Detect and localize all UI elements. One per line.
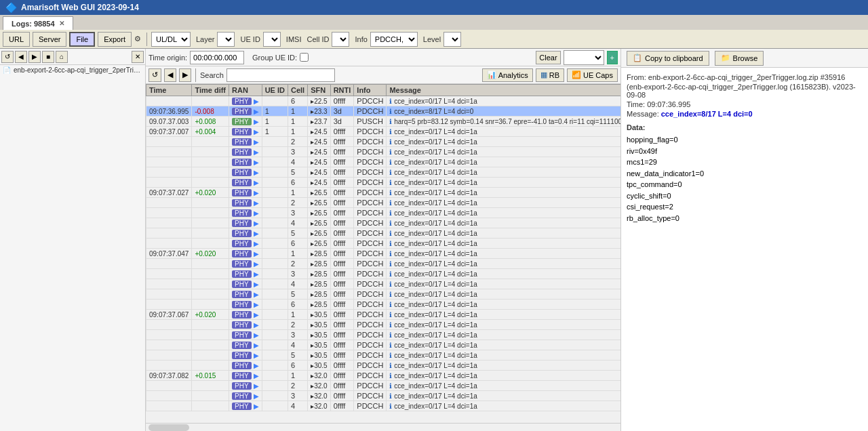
table-row[interactable]: PHY ▶ 4 ▸26.5 0ffff PDCCH ℹ cce_index=0/…: [146, 218, 621, 228]
cell-diff: [192, 340, 229, 350]
arrow-icon: ▶: [254, 108, 259, 115]
sidebar-back-btn[interactable]: ◀: [15, 51, 27, 63]
col-header-msg[interactable]: Message: [387, 85, 620, 96]
table-row[interactable]: 09:07:37.067 +0.020 PHY ▶ 1 ▸30.5 0ffff …: [146, 310, 621, 320]
arrow-icon: ▶: [254, 342, 259, 349]
table-row[interactable]: PHY ▶ 3 ▸28.5 0ffff PDCCH ℹ cce_index=0/…: [146, 269, 621, 279]
cell-sfn: ▸24.5: [308, 178, 330, 188]
settings-icon[interactable]: ⚙: [134, 35, 142, 43]
group-ue-checkbox[interactable]: [300, 53, 309, 62]
search-label: Search: [200, 71, 224, 79]
table-row[interactable]: PHY ▶ 4 ▸28.5 0ffff PDCCH ℹ cce_index=0/…: [146, 279, 621, 289]
cell-diff: [192, 208, 229, 218]
layer-select[interactable]: [217, 32, 235, 47]
table-row[interactable]: PHY ▶ 2 ▸28.5 0ffff PDCCH ℹ cce_index=0/…: [146, 259, 621, 269]
table-row[interactable]: PHY ▶ 6 ▸30.5 0ffff PDCCH ℹ cce_index=0/…: [146, 361, 621, 371]
browse-button[interactable]: 📁 Browse: [715, 51, 764, 66]
search-input[interactable]: [226, 68, 335, 82]
col-header-ueid[interactable]: UE ID: [262, 85, 288, 96]
cell-diff: [192, 361, 229, 371]
sidebar-refresh-btn[interactable]: ↺: [1, 51, 14, 63]
col-header-time[interactable]: Time: [146, 85, 192, 96]
col-header-info[interactable]: Info: [354, 85, 387, 96]
table-row[interactable]: PHY ▶ 4 ▸32.0 0ffff PDCCH ℹ cce_index=0/…: [146, 401, 621, 411]
table-row[interactable]: PHY ▶ 5 ▸30.5 0ffff PDCCH ℹ cce_index=0/…: [146, 350, 621, 361]
cell-id-select[interactable]: [332, 32, 349, 47]
sidebar-stop-btn[interactable]: ■: [42, 51, 54, 63]
table-row[interactable]: PHY ▶ 3 ▸24.5 0ffff PDCCH ℹ cce_index=0/…: [146, 147, 621, 157]
col-header-diff[interactable]: Time diff: [192, 85, 229, 96]
cell-diff: [192, 320, 229, 330]
cell-msg: ℹ cce_index=8/17 L=4 dci=0: [387, 106, 620, 117]
table-row[interactable]: 09:07:37.047 +0.020 PHY ▶ 1 ▸28.5 0ffff …: [146, 249, 621, 259]
arrow-icon: ▶: [254, 209, 259, 217]
table-row[interactable]: PHY ▶ 3 ▸30.5 0ffff PDCCH ℹ cce_index=0/…: [146, 330, 621, 340]
table-row[interactable]: PHY ▶ 6 ▸22.5 0ffff PDCCH ℹ cce_index=0/…: [146, 96, 621, 106]
table-row[interactable]: 09:07:36.995 -0.008 PHY ▶ 1 1 ▸23.3 3d P…: [146, 106, 621, 117]
cell-cell: 1: [288, 310, 308, 320]
sidebar-file-item[interactable]: 📄 enb-export-2-6cc-ap-cqi_trigger_2perTr…: [0, 65, 145, 75]
cell-time: 09:07:37.027: [146, 188, 192, 198]
table-row[interactable]: PHY ▶ 5 ▸24.5 0ffff PDCCH ℹ cce_index=0/…: [146, 167, 621, 178]
col-header-rnti[interactable]: RNTI: [330, 85, 354, 96]
rb-button[interactable]: ▦ RB: [536, 68, 564, 82]
table-row[interactable]: PHY ▶ 6 ▸24.5 0ffff PDCCH ℹ cce_index=0/…: [146, 178, 621, 188]
log-table-wrapper[interactable]: Time Time diff RAN UE ID Cell SFN RNTI I…: [146, 84, 620, 423]
table-row[interactable]: PHY ▶ 4 ▸24.5 0ffff PDCCH ℹ cce_index=0/…: [146, 157, 621, 167]
table-row[interactable]: PHY ▶ 4 ▸30.5 0ffff PDCCH ℹ cce_index=0/…: [146, 340, 621, 350]
nav-prev-btn[interactable]: ◀: [164, 68, 176, 82]
table-row[interactable]: 09.07.37.003 +0.008 PHY ▶ 1 1 ▸23.7 3d P…: [146, 117, 621, 127]
nav-next-btn[interactable]: ▶: [179, 68, 191, 82]
table-row[interactable]: 09:07:37.007 +0.004 PHY ▶ 1 1 ▸24.5 0fff…: [146, 127, 621, 137]
top-bar: 🔷 Amarisoft Web GUI 2023-09-14: [0, 0, 868, 15]
cell-time: [146, 300, 192, 310]
cell-diff: [192, 401, 229, 411]
sidebar-forward-btn[interactable]: ▶: [28, 51, 41, 63]
cell-time: [146, 147, 192, 157]
col-header-ran[interactable]: RAN: [229, 85, 262, 96]
add-filter-btn[interactable]: +: [607, 51, 618, 64]
table-row[interactable]: PHY ▶ 6 ▸28.5 0ffff PDCCH ℹ cce_index=0/…: [146, 300, 621, 310]
cell-sfn: ▸28.5: [308, 269, 330, 279]
filter-select[interactable]: [564, 50, 604, 65]
table-row[interactable]: PHY ▶ 2 ▸26.5 0ffff PDCCH ℹ cce_index=0/…: [146, 198, 621, 208]
logs-tab-label: Logs: 98854: [12, 20, 55, 28]
table-row[interactable]: PHY ▶ 5 ▸26.5 0ffff PDCCH ℹ cce_index=0/…: [146, 228, 621, 239]
export-button[interactable]: Export: [98, 32, 132, 47]
info-select[interactable]: PDCCH, P: [370, 32, 418, 47]
cell-rnti: 0ffff: [330, 198, 354, 208]
col-header-cell[interactable]: Cell: [288, 85, 308, 96]
sidebar-close-btn[interactable]: ✕: [132, 51, 144, 63]
time-origin-input[interactable]: [190, 51, 244, 64]
close-tab-icon[interactable]: ✕: [59, 20, 64, 27]
cell-cell: 5: [288, 167, 308, 178]
cell-sfn: ▸26.5: [308, 188, 330, 198]
table-row[interactable]: PHY ▶ 2 ▸32.0 0ffff PDCCH ℹ cce_index=0/…: [146, 381, 621, 391]
url-button[interactable]: URL: [3, 32, 30, 47]
sidebar-home-btn[interactable]: ⌂: [56, 51, 68, 63]
table-row[interactable]: 09:07:37.027 +0.020 PHY ▶ 1 ▸26.5 0ffff …: [146, 188, 621, 198]
ran-badge: PHY: [232, 250, 252, 258]
file-button[interactable]: File: [69, 32, 95, 47]
table-row[interactable]: 09:07:37.082 +0.015 PHY ▶ 1 ▸32.0 0ffff …: [146, 371, 621, 381]
col-header-sfn[interactable]: SFN: [308, 85, 330, 96]
logs-tab[interactable]: Logs: 98854 ✕: [3, 16, 73, 30]
ue-id-select[interactable]: [263, 32, 281, 47]
table-row[interactable]: PHY ▶ 3 ▸32.0 0ffff PDCCH ℹ cce_index=0/…: [146, 391, 621, 401]
horizontal-scrollbar[interactable]: [146, 423, 620, 431]
nav-refresh-btn[interactable]: ↺: [149, 68, 161, 82]
arrow-icon: ▶: [254, 148, 259, 156]
analytics-button[interactable]: 📊 Analytics: [482, 68, 533, 82]
level-select[interactable]: [443, 32, 461, 47]
ul-dl-select[interactable]: UL/DL: [151, 32, 191, 47]
table-row[interactable]: PHY ▶ 3 ▸26.5 0ffff PDCCH ℹ cce_index=0/…: [146, 208, 621, 218]
ue-caps-button[interactable]: 📶 UE Caps: [567, 68, 618, 82]
copy-to-clipboard-button[interactable]: 📋 Copy to clipboard: [627, 51, 709, 66]
clear-button[interactable]: Clear: [536, 51, 560, 64]
server-button[interactable]: Server: [33, 32, 66, 47]
table-row[interactable]: PHY ▶ 5 ▸28.5 0ffff PDCCH ℹ cce_index=0/…: [146, 289, 621, 300]
table-row[interactable]: PHY ▶ 2 ▸30.5 0ffff PDCCH ℹ cce_index=0/…: [146, 320, 621, 330]
table-row[interactable]: PHY ▶ 2 ▸24.5 0ffff PDCCH ℹ cce_index=0/…: [146, 137, 621, 147]
cell-rnti: 0ffff: [330, 371, 354, 381]
table-row[interactable]: PHY ▶ 6 ▸26.5 0ffff PDCCH ℹ cce_index=0/…: [146, 239, 621, 249]
